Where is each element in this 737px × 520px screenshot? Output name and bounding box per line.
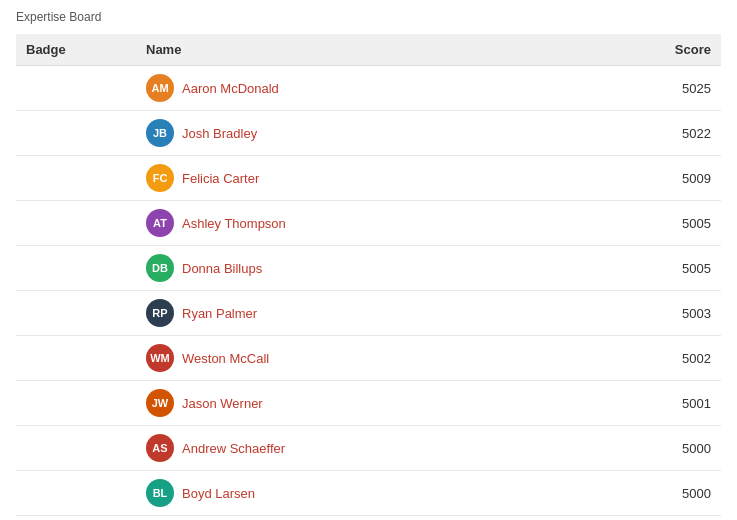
score-cell: 5025 bbox=[621, 66, 721, 111]
table-row: BLBoyd Larsen5000 bbox=[16, 471, 721, 516]
score-cell: 5003 bbox=[621, 291, 721, 336]
badge-cell bbox=[16, 381, 136, 426]
avatar: BL bbox=[146, 479, 174, 507]
table-row: JWJason Werner5001 bbox=[16, 381, 721, 426]
badge-cell bbox=[16, 156, 136, 201]
score-cell: 5002 bbox=[621, 336, 721, 381]
avatar: AM bbox=[146, 74, 174, 102]
score-cell: 5001 bbox=[621, 381, 721, 426]
avatar: RP bbox=[146, 299, 174, 327]
name-cell: JBJosh Bradley bbox=[136, 111, 621, 156]
col-badge: Badge bbox=[16, 34, 136, 66]
name-cell: BLBoyd Larsen bbox=[136, 471, 621, 516]
badge-cell bbox=[16, 246, 136, 291]
table-row: RPRyan Palmer5003 bbox=[16, 291, 721, 336]
user-name-link[interactable]: Ryan Palmer bbox=[182, 306, 257, 321]
score-cell: 5005 bbox=[621, 201, 721, 246]
badge-cell bbox=[16, 201, 136, 246]
name-cell: RPRyan Palmer bbox=[136, 291, 621, 336]
badge-cell bbox=[16, 111, 136, 156]
badge-cell bbox=[16, 66, 136, 111]
name-cell: AMAaron McDonald bbox=[136, 66, 621, 111]
table-row: ATAshley Thompson5005 bbox=[16, 201, 721, 246]
score-cell: 5022 bbox=[621, 111, 721, 156]
name-cell: WMWeston McCall bbox=[136, 336, 621, 381]
avatar: AT bbox=[146, 209, 174, 237]
user-name-link[interactable]: Andrew Schaeffer bbox=[182, 441, 285, 456]
score-cell: 5000 bbox=[621, 471, 721, 516]
user-name-link[interactable]: Boyd Larsen bbox=[182, 486, 255, 501]
name-cell: JWJason Werner bbox=[136, 381, 621, 426]
avatar: JW bbox=[146, 389, 174, 417]
avatar: FC bbox=[146, 164, 174, 192]
user-name-link[interactable]: Ashley Thompson bbox=[182, 216, 286, 231]
col-score: Score bbox=[621, 34, 721, 66]
score-cell: 5005 bbox=[621, 246, 721, 291]
col-name: Name bbox=[136, 34, 621, 66]
badge-cell bbox=[16, 426, 136, 471]
avatar: JB bbox=[146, 119, 174, 147]
table-row: ASAndrew Schaeffer5000 bbox=[16, 426, 721, 471]
avatar: AS bbox=[146, 434, 174, 462]
avatar: WM bbox=[146, 344, 174, 372]
table-row: WMWeston McCall5002 bbox=[16, 336, 721, 381]
table-row: JBJosh Bradley5022 bbox=[16, 111, 721, 156]
name-cell: ASAndrew Schaeffer bbox=[136, 426, 621, 471]
user-name-link[interactable]: Aaron McDonald bbox=[182, 81, 279, 96]
table-row: FCFelicia Carter5009 bbox=[16, 156, 721, 201]
score-cell: 5000 bbox=[621, 426, 721, 471]
name-cell: FCFelicia Carter bbox=[136, 156, 621, 201]
expertise-table: Badge Name Score AMAaron McDonald5025JBJ… bbox=[16, 34, 721, 516]
badge-cell bbox=[16, 336, 136, 381]
user-name-link[interactable]: Donna Billups bbox=[182, 261, 262, 276]
badge-cell bbox=[16, 471, 136, 516]
avatar: DB bbox=[146, 254, 174, 282]
user-name-link[interactable]: Josh Bradley bbox=[182, 126, 257, 141]
name-cell: ATAshley Thompson bbox=[136, 201, 621, 246]
name-cell: DBDonna Billups bbox=[136, 246, 621, 291]
badge-cell bbox=[16, 291, 136, 336]
page-title: Expertise Board bbox=[16, 10, 721, 24]
user-name-link[interactable]: Jason Werner bbox=[182, 396, 263, 411]
table-row: DBDonna Billups5005 bbox=[16, 246, 721, 291]
table-row: AMAaron McDonald5025 bbox=[16, 66, 721, 111]
user-name-link[interactable]: Felicia Carter bbox=[182, 171, 259, 186]
user-name-link[interactable]: Weston McCall bbox=[182, 351, 269, 366]
score-cell: 5009 bbox=[621, 156, 721, 201]
